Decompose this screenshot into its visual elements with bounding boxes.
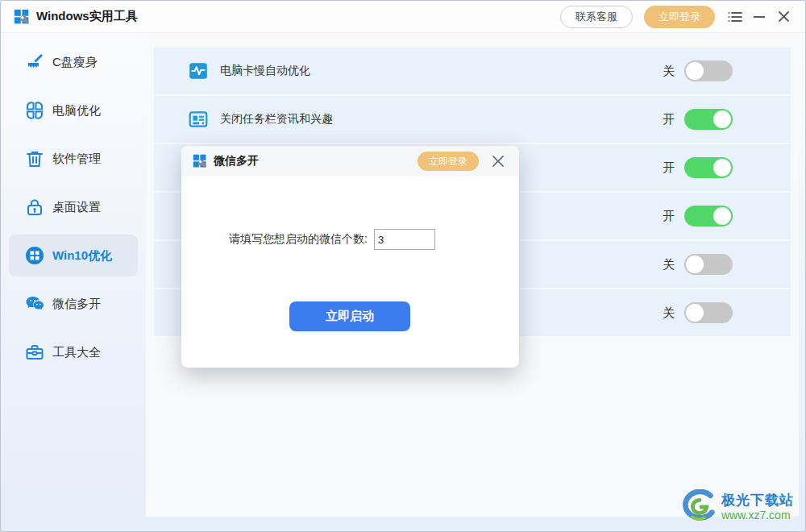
trash-icon [25,149,44,168]
toggle-state-label: 关 [663,257,675,272]
toggle-switch[interactable] [684,60,733,81]
site-watermark: 极光下载站 www.xz7.com [681,489,794,525]
app-logo-icon [14,9,30,25]
sidebar-item-c-drive-slim[interactable]: C盘瘦身 [1,38,146,86]
toggle-state-label: 开 [663,209,675,224]
toggle-knob [713,159,731,177]
close-icon[interactable] [771,6,796,28]
toggle-switch[interactable] [684,206,733,227]
sidebar-item-software-manage[interactable]: 软件管理 [1,135,146,183]
toggle-state-label: 开 [663,160,675,176]
windows-circle-icon [25,246,44,265]
sidebar-item-label: 微信多开 [52,297,101,312]
toggle-switch[interactable] [684,254,733,275]
toggle-state-label: 关 [663,64,675,79]
app-logo-icon [193,154,207,168]
sidebar-item-label: Win10优化 [52,248,112,264]
wechat-multi-dialog: 微信多开 立即登录 请填写您想启动的微信个数: 立即启动 [181,146,519,368]
pulse-monitor-icon [188,60,209,81]
sidebar-item-label: 软件管理 [52,152,101,167]
toggle-knob [686,256,704,273]
toggle-state-label: 开 [663,112,675,127]
toggle-knob [713,207,731,225]
watermark-site-url: www.xz7.com [721,509,794,522]
setting-label: 关闭任务栏资讯和兴趣 [220,112,663,127]
sidebar-item-tools-all[interactable]: 工具大全 [1,328,146,376]
wechat-count-form: 请填写您想启动的微信个数: [229,229,435,250]
news-icon [188,109,209,130]
login-button[interactable]: 立即登录 [644,6,715,28]
menu-list-icon[interactable] [723,6,747,28]
toggle-switch[interactable] [684,109,733,130]
dialog-title: 微信多开 [214,154,259,168]
toggle-state-label: 关 [663,305,675,321]
aurora-swirl-icon [681,489,718,525]
start-now-button[interactable]: 立即启动 [289,301,410,331]
app-window: Windows实用工具 联系客服 立即登录 C盘瘦身 [0,0,806,532]
brush-icon [25,52,44,72]
app-title: Windows实用工具 [36,9,138,24]
grid-clover-icon [25,101,44,120]
dialog-titlebar: 微信多开 立即登录 [181,146,519,177]
sidebar: C盘瘦身 电脑优化 软件管理 [1,38,146,376]
toggle-knob [686,62,704,80]
toolbox-icon [25,343,44,362]
toggle-switch[interactable] [684,302,733,323]
watermark-site-name: 极光下载站 [721,493,794,509]
wechat-count-label: 请填写您想启动的微信个数: [229,232,368,247]
sidebar-item-pc-optimize[interactable]: 电脑优化 [1,86,146,135]
minimize-icon[interactable] [747,6,771,28]
titlebar: Windows实用工具 联系客服 立即登录 [1,1,805,33]
toggle-knob [713,110,731,128]
sidebar-item-label: 电脑优化 [52,103,101,118]
wechat-icon [25,294,44,314]
sidebar-item-wechat-multi[interactable]: 微信多开 [1,280,146,328]
wechat-count-input[interactable] [374,229,435,250]
setting-row-taskbar-news: 关闭任务栏资讯和兴趣 开 [154,96,791,143]
dialog-login-button[interactable]: 立即登录 [418,152,479,171]
toggle-knob [686,304,704,322]
setting-row-auto-optimize: 电脑卡慢自动优化 关 [154,48,791,94]
toggle-switch[interactable] [684,157,733,178]
dialog-close-icon[interactable] [488,152,508,171]
sidebar-item-win10-optimize[interactable]: Win10优化 [9,235,138,276]
sidebar-item-label: C盘瘦身 [52,55,98,70]
sidebar-item-label: 桌面设置 [52,200,101,215]
sidebar-item-desktop-settings[interactable]: 桌面设置 [1,183,146,231]
sidebar-item-label: 工具大全 [52,345,101,360]
contact-support-button[interactable]: 联系客服 [560,6,633,28]
setting-label: 电脑卡慢自动优化 [220,64,663,78]
lock-icon [25,197,44,217]
